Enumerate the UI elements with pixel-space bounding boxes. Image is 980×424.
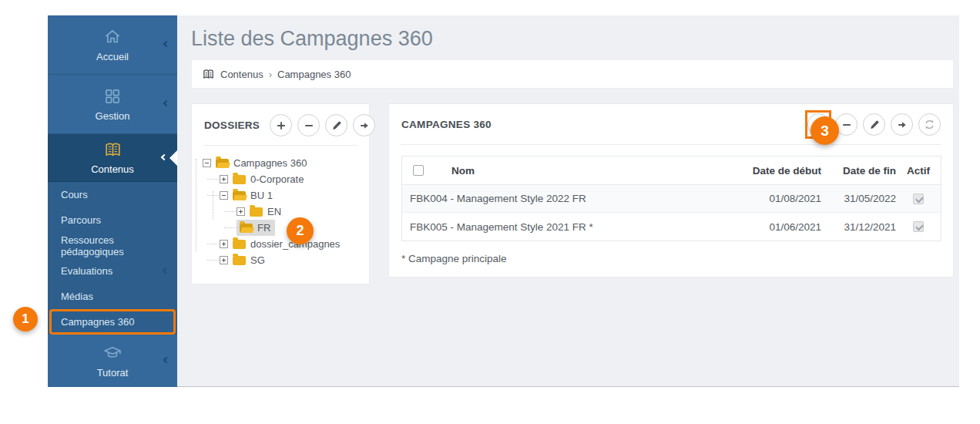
remove-folder-button[interactable] (297, 114, 320, 136)
tree-node-dossier-campagnes[interactable]: dossier_campagnes (203, 236, 361, 252)
tree-connector (207, 244, 219, 244)
collapse-chevron-icon[interactable] (161, 153, 167, 160)
submenu-label: Cours (61, 189, 88, 200)
tree-node-bu-1[interactable]: BU 1 (203, 187, 361, 204)
app-window: Accueil Gestion (48, 15, 959, 387)
panels-row: DOSSIERS (191, 103, 954, 284)
step-badge-1: 1 (13, 307, 38, 331)
book-icon (202, 68, 215, 81)
step-badge-2: 2 (287, 217, 314, 244)
breadcrumb-separator: › (269, 69, 272, 80)
add-folder-button[interactable] (270, 114, 292, 136)
folder-tree: Campagnes 360 0-Corporate BU 1 (192, 146, 369, 284)
collapse-node-icon[interactable] (203, 159, 211, 167)
submenu-label: Evaluations (61, 265, 112, 277)
main-content: Liste des Campagnes 360 Contenus › Campa… (177, 15, 959, 387)
breadcrumb-item-contenus[interactable]: Contenus (220, 69, 263, 80)
plus-icon (276, 120, 287, 131)
sidebar-label-accueil: Accueil (96, 51, 129, 62)
closed-folder-icon (233, 175, 246, 184)
arrow-right-icon (897, 119, 908, 130)
sidebar-item-tutorat[interactable]: Tutorat (48, 335, 177, 387)
sidebar-label-contenus: Contenus (91, 163, 134, 175)
collapse-chevron-icon (163, 267, 169, 273)
sidebar-item-ressources-pedagogiques[interactable]: Ressources pédagogiques (48, 233, 177, 258)
dossiers-panel-header: DOSSIERS (192, 104, 369, 145)
sidebar-item-parcours[interactable]: Parcours (48, 207, 177, 233)
move-folder-button[interactable] (353, 114, 375, 136)
submenu-label: Parcours (61, 214, 101, 226)
sidebar-item-gestion[interactable]: Gestion (48, 75, 177, 134)
submenu-label: Ressources pédagogiques (61, 234, 177, 257)
expand-node-icon[interactable] (220, 256, 228, 264)
tree-node-label: 0-Corporate (250, 173, 304, 185)
dossiers-panel-title: DOSSIERS (204, 119, 260, 131)
campaign-name: FBK004 - Management Style 2022 FR (402, 193, 735, 204)
tree-node-sg[interactable]: SG (203, 252, 361, 268)
actif-checkbox (913, 221, 924, 232)
open-folder-icon (240, 224, 253, 233)
tree-node-label: BU 1 (250, 190, 273, 201)
tree-connector (207, 195, 219, 196)
edit-campaign-button[interactable] (863, 113, 885, 136)
campagnes-panel: CAMPAGNES 360 (388, 103, 954, 278)
sidebar-item-cours[interactable]: Cours (48, 182, 177, 207)
collapse-node-icon[interactable] (220, 191, 228, 200)
submenu-label: Campagnes 360 (61, 316, 134, 328)
move-campaign-button[interactable] (891, 113, 913, 136)
page-title: Liste des Campagnes 360 (191, 27, 954, 51)
expand-node-icon[interactable] (220, 240, 228, 248)
edit-folder-button[interactable] (325, 114, 347, 136)
minus-icon (304, 120, 314, 131)
step-badge-3: 3 (811, 116, 839, 145)
tree-node-fr[interactable]: FR (203, 220, 361, 236)
campaign-name: FBK005 - Management Style 2021 FR * (402, 221, 735, 233)
table-row[interactable]: FBK004 - Management Style 2022 FR 01/08/… (402, 185, 941, 213)
dossiers-toolbar (270, 114, 375, 136)
sidebar-item-medias[interactable]: Médias (48, 284, 177, 309)
tree-node-en[interactable]: EN (203, 204, 361, 220)
sidebar-label-gestion: Gestion (96, 110, 130, 122)
select-all-checkbox[interactable] (413, 165, 424, 176)
tree-node-campagnes-360[interactable]: Campagnes 360 (203, 155, 361, 171)
expand-node-icon[interactable] (237, 207, 245, 216)
open-folder-icon (216, 159, 229, 168)
selected-tree-node[interactable]: FR (237, 220, 275, 236)
closed-folder-icon (233, 256, 246, 265)
minus-icon (841, 119, 852, 130)
table-row[interactable]: FBK005 - Management Style 2021 FR * 01/0… (402, 213, 941, 241)
column-header-date-debut: Date de début (735, 165, 821, 177)
active-section-notch (169, 150, 177, 166)
sidebar-item-campagnes-360[interactable]: Campagnes 360 (48, 309, 177, 335)
page-canvas: Accueil Gestion (0, 0, 980, 424)
collapse-chevron-icon[interactable] (163, 100, 169, 106)
sidebar-item-contenus[interactable]: Contenus (48, 134, 177, 182)
home-icon (102, 27, 123, 47)
refresh-button[interactable] (918, 113, 941, 136)
breadcrumb: Contenus › Campagnes 360 (191, 59, 954, 89)
campagnes-panel-header: CAMPAGNES 360 (389, 104, 953, 144)
graduation-cap-icon (102, 343, 123, 363)
arrow-right-icon (359, 120, 370, 131)
campagnes-panel-title: CAMPAGNES 360 (401, 119, 492, 130)
tree-connector (224, 211, 236, 212)
panel-separator (401, 144, 941, 145)
dossiers-panel: DOSSIERS (191, 103, 370, 284)
campaign-start-date: 01/08/2021 (735, 193, 821, 204)
sidebar-item-accueil[interactable]: Accueil (48, 15, 177, 75)
tree-node-0-corporate[interactable]: 0-Corporate (203, 171, 361, 187)
table-header-row: Nom Date de début Date de fin Actif (402, 156, 941, 185)
campaigns-table: Nom Date de début Date de fin Actif FBK0… (401, 156, 941, 241)
refresh-icon (924, 119, 935, 130)
expand-node-icon[interactable] (220, 175, 228, 183)
collapse-chevron-icon[interactable] (163, 357, 169, 363)
closed-folder-icon (233, 240, 246, 249)
actif-checkbox (913, 193, 924, 204)
open-folder-icon (233, 191, 246, 200)
grid-icon (102, 86, 123, 106)
campaign-end-date: 31/05/2022 (821, 193, 896, 204)
sidebar-item-evaluations[interactable]: Evaluations (48, 258, 177, 284)
tree-node-label: FR (257, 222, 270, 234)
collapse-chevron-icon[interactable] (163, 41, 169, 47)
tree-node-label: SG (250, 254, 265, 266)
